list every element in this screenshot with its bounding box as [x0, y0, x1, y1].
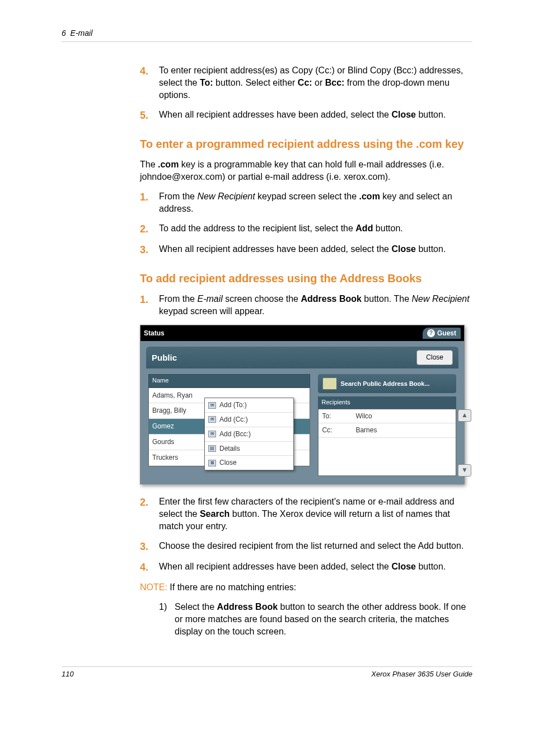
dialog-title: Public: [152, 352, 177, 363]
recipient-row[interactable]: To:Wilco: [318, 409, 456, 424]
menu-icon: ✉: [208, 416, 216, 423]
recipient-type: To:: [322, 412, 355, 421]
menu-item[interactable]: ✉Add (Bcc:): [205, 427, 293, 442]
recipient-type: Cc:: [322, 426, 355, 435]
recipient-name: Wilco: [355, 412, 372, 421]
step-text: When all recipient addresses have been a…: [159, 561, 472, 575]
step-text: To add the address to the recipient list…: [159, 222, 472, 236]
section1-intro: The .com key is a programmable key that …: [140, 158, 472, 184]
recipient-name: Barnes: [355, 426, 377, 435]
search-label: Search Public Address Book...: [340, 380, 429, 388]
menu-item[interactable]: ✉Add (Cc:): [205, 413, 293, 427]
menu-icon: ✉: [208, 402, 216, 409]
menu-item[interactable]: ✉Add (To:): [205, 398, 293, 413]
step-text: When all recipient addresses have been a…: [159, 109, 472, 123]
note-line: NOTE: If there are no matching entries:: [140, 581, 472, 594]
menu-label: Add (Bcc:): [219, 430, 251, 439]
device-screenshot: Status ? Guest Public Close Name Adams, …: [140, 325, 465, 484]
guest-badge[interactable]: ? Guest: [423, 328, 461, 339]
menu-label: Close: [219, 458, 237, 468]
context-menu: ✉Add (To:)✉Add (Cc:)✉Add (Bcc:)▤Details⊠…: [204, 398, 294, 470]
menu-item[interactable]: ▤Details: [205, 442, 293, 456]
page-number: 110: [62, 669, 74, 679]
menu-icon: ▤: [208, 445, 216, 452]
step-num: 1.: [140, 190, 159, 216]
section1-title: To enter a programmed recipient address …: [140, 136, 472, 152]
close-button[interactable]: Close: [416, 350, 453, 365]
menu-label: Details: [219, 444, 240, 454]
step-text: When all recipient addresses have been a…: [159, 243, 472, 257]
recipients-list[interactable]: To:WilcoCc:Barnes ▲ ▼: [318, 409, 456, 476]
status-label: Status: [144, 329, 165, 338]
section2-title: To add recipient addresses using the Add…: [140, 270, 472, 286]
substep-text: Select the Address Book button to search…: [175, 601, 472, 638]
menu-icon: ✉: [208, 431, 216, 437]
step-num: 5.: [140, 109, 159, 123]
document-title: Xerox Phaser 3635 User Guide: [371, 669, 472, 679]
step-num: 3.: [140, 540, 159, 554]
help-icon: ?: [427, 329, 435, 337]
step-num: 4.: [140, 64, 159, 102]
step-text: From the New Recipient keypad screen sel…: [159, 190, 472, 216]
step-num: 2.: [140, 222, 159, 236]
menu-label: Add (Cc:): [219, 415, 248, 424]
page-footer: 110 Xerox Phaser 3635 User Guide: [62, 666, 472, 679]
section-name: E-mail: [71, 29, 93, 38]
step-text: From the E-mail screen choose the Addres…: [159, 293, 472, 318]
recipients-header: Recipients: [318, 396, 456, 408]
note-label: NOTE:: [140, 582, 167, 592]
search-address-book-button[interactable]: Search Public Address Book...: [318, 374, 456, 393]
menu-label: Add (To:): [219, 400, 247, 410]
page-header: 6 E-mail: [62, 28, 472, 42]
recipient-row[interactable]: Cc:Barnes: [318, 423, 456, 438]
step-num: 1.: [140, 293, 159, 318]
step-num: 3.: [140, 243, 159, 257]
step-text: Enter the first few characters of the re…: [159, 496, 472, 533]
guest-label: Guest: [437, 329, 456, 338]
scroll-down-button[interactable]: ▼: [458, 464, 471, 477]
note-text: If there are no matching entries:: [167, 582, 296, 592]
step-text: Choose the desired recipient from the li…: [159, 540, 472, 554]
scroll-up-button[interactable]: ▲: [458, 409, 471, 422]
step-text: To enter recipient address(es) as Copy (…: [159, 64, 472, 102]
substep-num: 1): [159, 601, 175, 638]
menu-item[interactable]: ⊠Close: [205, 456, 293, 470]
name-column-header: Name: [148, 374, 310, 387]
step-num: 4.: [140, 561, 159, 575]
menu-icon: ⊠: [208, 460, 216, 466]
step-num: 2.: [140, 496, 159, 533]
address-book-icon: [322, 377, 337, 390]
chapter-number: 6: [62, 29, 66, 38]
